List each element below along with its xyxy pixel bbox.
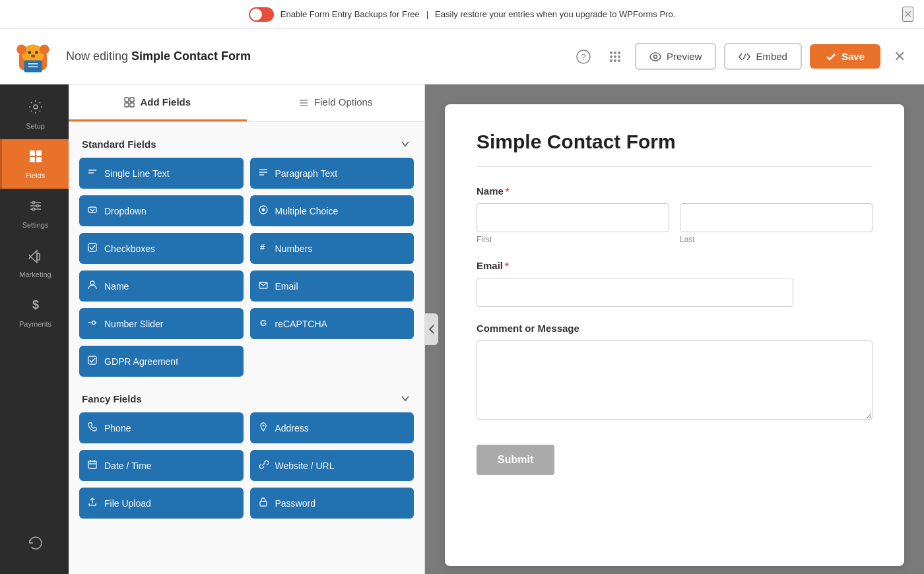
- submit-label: Submit: [498, 454, 533, 465]
- header-title: Now editing Simple Contact Form: [66, 49, 561, 63]
- sidebar-item-setup[interactable]: Setup: [0, 90, 69, 139]
- number-slider-icon: [87, 317, 98, 330]
- backup-toggle[interactable]: [249, 7, 274, 22]
- save-button[interactable]: Save: [810, 44, 880, 69]
- tab-add-fields[interactable]: Add Fields: [69, 84, 247, 121]
- marketing-icon: [28, 247, 44, 267]
- name-required-star: *: [506, 185, 510, 197]
- fancy-fields-grid: Phone Address Date / Time: [79, 412, 414, 519]
- form-field-email: Email*: [477, 260, 873, 307]
- field-btn-date-time[interactable]: Date / Time: [79, 450, 244, 481]
- field-btn-number-slider[interactable]: Number Slider: [79, 308, 244, 339]
- svg-point-32: [36, 205, 39, 207]
- field-btn-email[interactable]: Email: [250, 271, 414, 302]
- svg-rect-27: [36, 157, 42, 162]
- embed-button[interactable]: Embed: [724, 43, 802, 70]
- help-button[interactable]: ?: [572, 45, 595, 69]
- tab-field-options[interactable]: Field Options: [247, 84, 425, 121]
- fancy-fields-collapse-icon[interactable]: [399, 393, 411, 404]
- field-btn-name[interactable]: Name: [79, 271, 244, 302]
- svg-text:$: $: [32, 298, 38, 311]
- sidebar-item-fields[interactable]: Fields: [0, 139, 69, 189]
- svg-point-61: [262, 425, 264, 427]
- setup-label: Setup: [26, 122, 45, 130]
- field-btn-gdpr[interactable]: GDPR Agreement: [79, 346, 244, 377]
- name-last-input[interactable]: [680, 203, 873, 232]
- file-upload-label: File Upload: [104, 498, 151, 509]
- header: Now editing Simple Contact Form ? Previe…: [0, 29, 924, 84]
- name-last-field: Last: [680, 203, 873, 244]
- embed-label: Embed: [756, 51, 787, 62]
- name-first-field: First: [477, 203, 669, 244]
- svg-rect-53: [88, 243, 96, 251]
- svg-rect-40: [125, 103, 129, 107]
- address-icon: [258, 422, 269, 434]
- fancy-fields-title: Fancy Fields: [82, 393, 142, 404]
- email-input[interactable]: [477, 278, 793, 307]
- history-icon: [28, 535, 44, 554]
- svg-rect-26: [30, 157, 35, 162]
- svg-rect-41: [130, 103, 134, 107]
- panel-collapse-handle[interactable]: [425, 313, 438, 345]
- password-icon: [258, 497, 269, 509]
- field-btn-multiple-choice[interactable]: Multiple Choice: [250, 195, 414, 226]
- form-field-message: Comment or Message: [477, 323, 873, 422]
- marketing-label: Marketing: [19, 271, 51, 278]
- notification-bar: Enable Form Entry Backups for Free | Eas…: [0, 0, 924, 29]
- field-btn-single-line-text[interactable]: Single Line Text: [79, 158, 244, 189]
- field-btn-checkboxes[interactable]: Checkboxes: [79, 233, 244, 264]
- field-btn-dropdown[interactable]: Dropdown: [79, 195, 244, 226]
- header-actions: ? Preview Embed Save: [572, 43, 911, 71]
- email-label: Email: [275, 281, 298, 292]
- settings-label: Settings: [22, 221, 49, 229]
- numbers-icon: #: [258, 242, 269, 255]
- fields-panel: Add Fields Field Options Standard Fields…: [69, 84, 425, 574]
- svg-text:#: #: [260, 242, 265, 252]
- standard-fields-title: Standard Fields: [82, 139, 156, 150]
- add-fields-tab-label: Add Fields: [140, 96, 191, 108]
- svg-point-52: [261, 208, 265, 212]
- svg-point-15: [610, 55, 612, 58]
- address-label: Address: [275, 423, 309, 433]
- form-submit-button[interactable]: Submit: [477, 445, 554, 475]
- preview-label: Preview: [667, 51, 702, 62]
- svg-point-12: [610, 51, 612, 54]
- name-fields-row: First Last: [477, 203, 873, 244]
- email-required-star: *: [505, 260, 509, 271]
- numbers-label: Numbers: [275, 243, 313, 254]
- field-btn-address[interactable]: Address: [250, 412, 414, 443]
- grid-button[interactable]: [603, 45, 627, 69]
- sidebar-item-marketing[interactable]: Marketing: [0, 238, 69, 288]
- field-btn-password[interactable]: Password: [250, 488, 414, 519]
- message-textarea[interactable]: [477, 340, 873, 420]
- single-line-text-label: Single Line Text: [104, 168, 170, 179]
- notification-close-button[interactable]: ✕: [902, 7, 913, 22]
- sidebar-item-payments[interactable]: $ Payments: [0, 288, 69, 337]
- multiple-choice-icon: [258, 205, 269, 217]
- phone-label: Phone: [104, 423, 131, 433]
- setup-icon: [28, 99, 44, 118]
- field-btn-website-url[interactable]: Website / URL: [250, 450, 414, 481]
- sidebar-item-settings[interactable]: Settings: [0, 189, 69, 238]
- editing-prefix: Now editing: [66, 49, 131, 63]
- field-btn-numbers[interactable]: # Numbers: [250, 233, 414, 264]
- standard-fields-collapse-icon[interactable]: [399, 138, 411, 150]
- field-btn-paragraph-text[interactable]: Paragraph Text: [250, 158, 414, 189]
- password-label: Password: [275, 498, 315, 509]
- close-button[interactable]: ✕: [888, 43, 911, 71]
- svg-rect-34: [37, 253, 40, 260]
- form-field-name: Name* First Last: [477, 185, 873, 244]
- name-first-input[interactable]: [477, 203, 669, 232]
- svg-point-4: [28, 51, 32, 54]
- name-icon: [87, 280, 98, 292]
- preview-button[interactable]: Preview: [635, 43, 716, 70]
- sidebar-item-history[interactable]: [20, 526, 49, 563]
- recaptcha-icon: G: [258, 317, 269, 330]
- field-btn-file-upload[interactable]: File Upload: [79, 488, 244, 519]
- form-name: Simple Contact Form: [131, 49, 251, 63]
- field-btn-phone[interactable]: Phone: [79, 412, 244, 443]
- field-btn-recaptcha[interactable]: G reCAPTCHA: [250, 308, 414, 339]
- svg-text:G: G: [260, 318, 267, 328]
- date-time-label: Date / Time: [104, 461, 152, 471]
- multiple-choice-label: Multiple Choice: [275, 206, 339, 216]
